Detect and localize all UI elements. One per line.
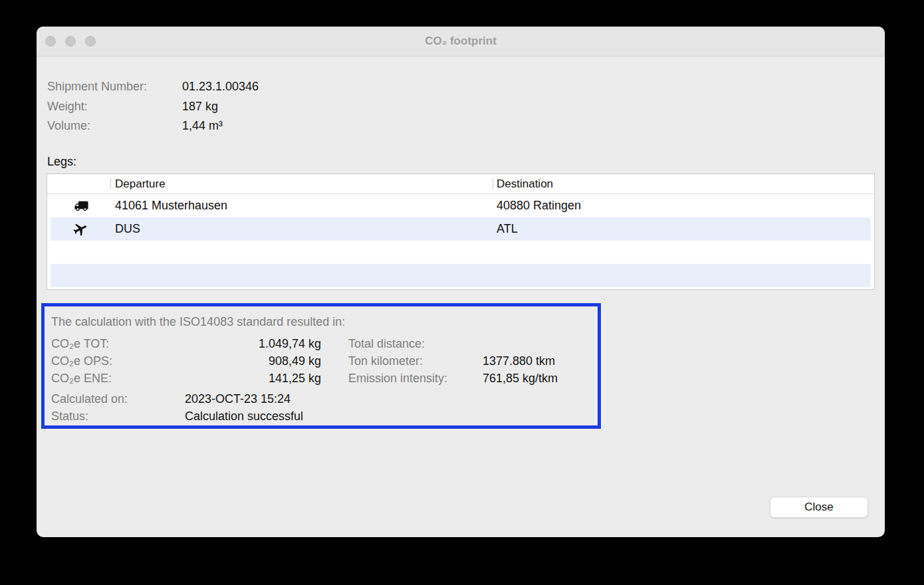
spacer <box>321 352 348 370</box>
calculated-on-label: Calculated on: <box>51 390 185 408</box>
weight-row: Weight: 187 kg <box>47 97 259 117</box>
volume-value: 1,44 m³ <box>182 116 223 136</box>
empty-row <box>47 241 874 264</box>
co2e-ene-label: CO₂e ENE: <box>51 370 177 387</box>
status-value: Calculation successful <box>185 408 303 425</box>
destination-cell: ATL <box>493 217 871 241</box>
total-distance-value <box>483 335 558 352</box>
emissions-and-metrics: CO₂e TOT: 1.049,74 kg Total distance: CO… <box>51 335 558 387</box>
co2e-ene-value: 141,25 kg <box>177 370 321 387</box>
shipment-number-label: Shipment Number: <box>47 77 182 97</box>
column-header-destination[interactable]: Destination <box>493 174 874 193</box>
mode-cell <box>51 221 110 237</box>
shipment-number-value: 01.23.1.00346 <box>182 77 259 97</box>
leg-row-airplane[interactable]: DUS ATL <box>47 217 874 241</box>
total-distance-label: Total distance: <box>348 335 483 352</box>
departure-cell: DUS <box>110 217 493 241</box>
empty-row <box>47 264 874 287</box>
ton-kilometer-value: 1377.880 tkm <box>483 352 558 370</box>
co2e-tot-label: CO₂e TOT: <box>51 335 177 352</box>
shipment-info: Shipment Number: 01.23.1.00346 Weight: 1… <box>47 77 259 136</box>
legs-section-label: Legs: <box>47 153 76 170</box>
emission-intensity-value: 761,85 kg/tkm <box>483 370 558 387</box>
volume-row: Volume: 1,44 m³ <box>47 116 259 136</box>
legs-table-header: Departure Destination <box>47 174 874 194</box>
close-button[interactable]: Close <box>770 497 868 518</box>
titlebar: CO₂ footprint <box>37 27 885 57</box>
truck-icon <box>72 199 90 213</box>
weight-value: 187 kg <box>182 97 218 117</box>
co2e-tot-value: 1.049,74 kg <box>177 335 321 352</box>
spacer <box>321 370 348 387</box>
ton-kilometer-label: Ton kilometer: <box>348 352 483 370</box>
co2e-ops-label: CO₂e OPS: <box>51 352 177 370</box>
column-header-mode <box>47 174 110 193</box>
leg-row-truck[interactable]: 41061 Musterhausen 40880 Ratingen <box>47 194 874 217</box>
volume-label: Volume: <box>47 116 182 136</box>
destination-cell: 40880 Ratingen <box>493 194 871 217</box>
calculated-on-value: 2023-OCT-23 15:24 <box>185 390 303 408</box>
emission-intensity-label: Emission intensity: <box>348 370 483 387</box>
spacer <box>321 335 348 352</box>
legs-table: Departure Destination 41061 Musterhausen… <box>47 174 875 290</box>
status-label: Status: <box>51 408 185 425</box>
co2-footprint-window: CO₂ footprint Shipment Number: 01.23.1.0… <box>37 27 885 537</box>
column-header-departure[interactable]: Departure <box>110 174 493 193</box>
window-title: CO₂ footprint <box>37 27 885 56</box>
airplane-icon <box>72 221 88 237</box>
departure-cell: 41061 Musterhausen <box>110 194 493 217</box>
shipment-number-row: Shipment Number: 01.23.1.00346 <box>47 77 259 97</box>
calculation-results-box: The calculation with the ISO14083 standa… <box>41 303 601 429</box>
calculation-intro-text: The calculation with the ISO14083 standa… <box>51 313 345 330</box>
weight-label: Weight: <box>47 97 182 117</box>
co2e-ops-value: 908,49 kg <box>177 352 321 370</box>
calculation-meta: Calculated on: 2023-OCT-23 15:24 Status:… <box>51 390 303 425</box>
mode-cell <box>51 199 110 213</box>
